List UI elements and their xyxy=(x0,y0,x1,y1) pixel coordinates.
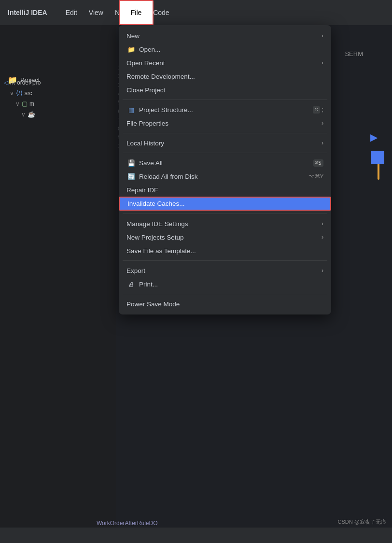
menu-item-remote-development[interactable]: Remote Development... xyxy=(119,70,331,83)
tree-root: ◁ rk-order-pro xyxy=(4,77,41,88)
menu-item-manage-ide-settings[interactable]: Manage IDE Settings › xyxy=(119,217,331,230)
project-tree: ◁ rk-order-pro ∨ ⟨/⟩ src ∨ ▢ m ∨ ☕ xyxy=(4,77,41,120)
menu-section-7: Power Save Mode xyxy=(119,296,331,312)
bottom-bar xyxy=(0,528,392,543)
file-menu-dropdown: New › 📁 Open... Open Recent › Remote Dev… xyxy=(119,25,331,314)
menu-item-file-properties[interactable]: File Properties › xyxy=(119,116,331,130)
menu-item-reload-all[interactable]: 🔄 Reload All from Disk ⌥⌘Y xyxy=(119,170,331,183)
tree-src[interactable]: ∨ ⟨/⟩ src xyxy=(4,88,41,99)
title-bar: IntelliJ IDEA Edit View Navigate Code xyxy=(0,0,392,25)
menu-item-invalidate-caches[interactable]: Invalidate Caches... xyxy=(119,197,331,211)
folder-icon: 📁 xyxy=(126,46,136,53)
menu-item-local-history[interactable]: Local History › xyxy=(119,136,331,150)
watermark: CSDN @寂夜了无痕 xyxy=(338,518,386,526)
save-icon: 💾 xyxy=(126,159,136,167)
menu-item-save-all[interactable]: 💾 Save All ⌘S xyxy=(119,156,331,170)
menu-item-new-projects-setup[interactable]: New Projects Setup › xyxy=(119,230,331,244)
menu-section-2: ▦ Project Structure... ⌘; File Propertie… xyxy=(119,102,331,131)
file-menu-label: File xyxy=(131,9,142,16)
menu-item-open-recent[interactable]: Open Recent › xyxy=(119,56,331,70)
grid-icon: ▦ xyxy=(126,106,136,114)
divider-5 xyxy=(123,260,327,261)
tree-main[interactable]: ∨ ▢ m xyxy=(4,99,41,109)
app-name: IntelliJ IDEA xyxy=(8,9,47,16)
menu-item-export[interactable]: Export › xyxy=(119,264,331,277)
file-menu-header[interactable]: File xyxy=(119,0,154,25)
reload-icon: 🔄 xyxy=(126,173,136,180)
menu-item-project-structure[interactable]: ▦ Project Structure... ⌘; xyxy=(119,103,331,116)
right-arrow-indicator: ▶ xyxy=(370,131,378,143)
divider-6 xyxy=(123,294,327,294)
menu-item-print[interactable]: 🖨 Print... xyxy=(119,277,331,291)
print-icon: 🖨 xyxy=(126,281,136,288)
divider-1 xyxy=(123,100,327,100)
menu-edit[interactable]: Edit xyxy=(61,7,82,18)
menu-item-save-file-as-template[interactable]: Save File as Template... xyxy=(119,244,331,257)
menu-item-power-save-mode[interactable]: Power Save Mode xyxy=(119,297,331,311)
menu-view[interactable]: View xyxy=(84,7,108,18)
menu-section-3: Local History › xyxy=(119,135,331,151)
tree-java[interactable]: ∨ ☕ xyxy=(4,109,41,120)
menu-section-6: Export › 🖨 Print... xyxy=(119,263,331,292)
menu-section-1: New › 📁 Open... Open Recent › Remote Dev… xyxy=(119,28,331,98)
bottom-filename: WorkOrderAfterRuleDO xyxy=(97,520,157,527)
menu-item-open[interactable]: 📁 Open... xyxy=(119,43,331,56)
sidebar: 📁 Project ◁ rk-order-pro ∨ ⟨/⟩ src ∨ ▢ m… xyxy=(0,25,116,543)
menu-section-4: 💾 Save All ⌘S 🔄 Reload All from Disk ⌥⌘Y… xyxy=(119,155,331,212)
menu-item-repair-ide[interactable]: Repair IDE xyxy=(119,183,331,197)
divider-4 xyxy=(123,214,327,214)
menu-bar: Edit View Navigate Code xyxy=(61,7,174,18)
divider-3 xyxy=(123,153,327,153)
menu-item-close-project[interactable]: Close Project xyxy=(119,83,331,97)
menu-item-new[interactable]: New › xyxy=(119,29,331,43)
menu-section-5: Manage IDE Settings › New Projects Setup… xyxy=(119,216,331,258)
blue-file-icon xyxy=(371,151,384,164)
divider-2 xyxy=(123,133,327,133)
serm-tab: SERM xyxy=(345,50,363,57)
